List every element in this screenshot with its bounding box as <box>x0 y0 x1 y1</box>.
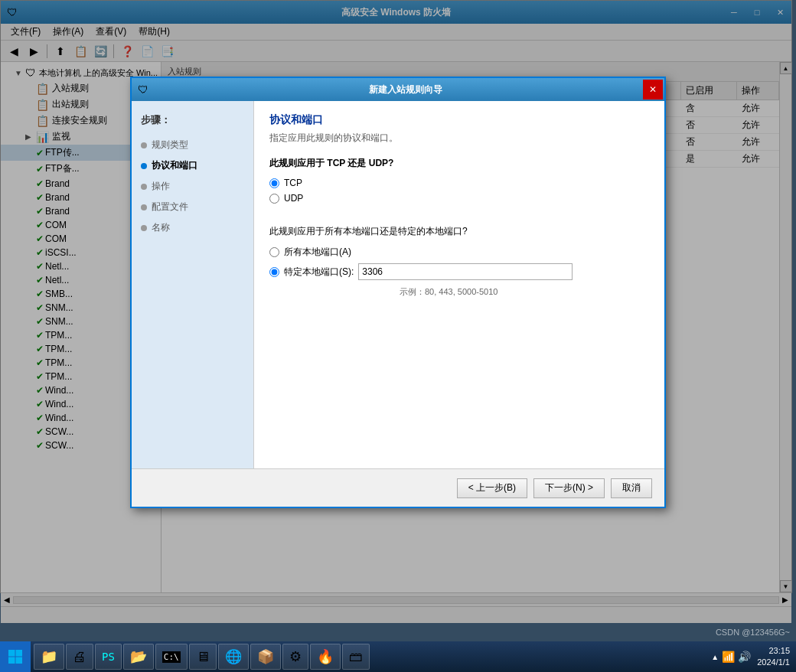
radio-specificport[interactable] <box>269 267 279 277</box>
taskbar-items: 📁 🖨 PS 📂 C:\ 🖥 🌐 📦 ⚙ 🔥 🗃 <box>31 644 705 670</box>
svg-rect-1 <box>16 650 23 657</box>
dialog-title: 新建入站规则向导 <box>153 83 658 96</box>
file-explorer-icon: 📁 <box>41 648 57 665</box>
terminal-icon: PS <box>102 651 115 663</box>
taskbar-item-printer[interactable]: 🖨 <box>66 644 93 670</box>
taskbar-item-folder[interactable]: 📂 <box>123 644 154 670</box>
step-profile-indicator <box>141 204 147 210</box>
dialog-body: 步骤： 规则类型 协议和端口 操作 配置文件 <box>132 101 664 468</box>
clock-time: 23:15 <box>757 645 790 657</box>
protocol-radio-group: TCP UDP <box>269 178 649 204</box>
spacer1 <box>269 216 649 225</box>
port-specific-row: 特定本地端口(S): <box>269 263 649 280</box>
dialog-step-protocol[interactable]: 协议和端口 <box>132 155 253 176</box>
radio-tcp-row: TCP <box>269 178 649 188</box>
taskbar-systray: ▲ 📶 🔊 <box>705 651 757 663</box>
back-button[interactable]: < 上一步(B) <box>457 478 527 498</box>
step-ruletype-indicator <box>141 142 147 148</box>
dialog-step-action[interactable]: 操作 <box>132 176 253 197</box>
dialog-overlay: 🛡 新建入站规则向导 ✕ 步骤： 规则类型 协议和端口 <box>0 0 796 672</box>
svg-rect-0 <box>8 650 15 657</box>
taskbar-item-remote[interactable]: 🖥 <box>189 644 217 670</box>
taskbar-start-button[interactable] <box>0 641 31 672</box>
svg-rect-3 <box>16 657 23 664</box>
port-question: 此规则应用于所有本地端口还是特定的本地端口? <box>269 225 649 238</box>
step-protocol-indicator <box>141 163 147 169</box>
next-button[interactable]: 下一步(N) > <box>533 478 605 498</box>
systray-network[interactable]: 📶 <box>722 651 735 663</box>
box-icon: 🗃 <box>349 649 363 665</box>
radio-udp-row: UDP <box>269 193 649 204</box>
step-action-indicator <box>141 184 147 190</box>
dialog-subtitle: 指定应用此规则的协议和端口。 <box>269 132 649 145</box>
taskbar-item-box[interactable]: 🗃 <box>342 644 370 670</box>
taskbar-item-firewall[interactable]: 🔥 <box>310 644 341 670</box>
taskbar-item-pkg[interactable]: 📦 <box>250 644 281 670</box>
taskbar: 📁 🖨 PS 📂 C:\ 🖥 🌐 📦 ⚙ 🔥 🗃 <box>0 641 796 672</box>
taskbar-item-ie[interactable]: 🌐 <box>218 644 249 670</box>
dialog-new-rule: 🛡 新建入站规则向导 ✕ 步骤： 规则类型 协议和端口 <box>130 77 666 508</box>
taskbar-item-cmd[interactable]: C:\ <box>155 644 188 670</box>
dialog-steps-panel: 步骤： 规则类型 协议和端口 操作 配置文件 <box>132 101 254 468</box>
dialog-content: 协议和端口 指定应用此规则的协议和端口。 此规则应用于 TCP 还是 UDP? … <box>254 101 664 468</box>
step-action-label: 操作 <box>152 180 170 193</box>
protocol-question: 此规则应用于 TCP 还是 UDP? <box>269 157 649 170</box>
port-value-input[interactable] <box>358 263 573 280</box>
step-name-label: 名称 <box>152 221 170 234</box>
systray-volume[interactable]: 🔊 <box>738 651 751 663</box>
radio-tcp[interactable] <box>269 178 279 188</box>
port-radio-group: 所有本地端口(A) 特定本地端口(S): <box>269 246 649 280</box>
radio-allports-label[interactable]: 所有本地端口(A) <box>284 246 351 259</box>
windows-logo-icon <box>8 649 23 664</box>
step-protocol-label: 协议和端口 <box>152 159 197 172</box>
svg-rect-2 <box>8 657 15 664</box>
cancel-button[interactable]: 取消 <box>611 478 652 498</box>
taskbar-clock[interactable]: 23:15 2024/1/1 <box>757 645 796 669</box>
cmd-icon: C:\ <box>162 651 181 663</box>
dialog-title-icon: 🛡 <box>138 83 148 96</box>
taskbar-item-file-explorer[interactable]: 📁 <box>34 644 64 670</box>
settings-icon: ⚙ <box>289 648 302 665</box>
port-example: 示例：80, 443, 5000-5010 <box>400 286 649 298</box>
port-all-row: 所有本地端口(A) <box>269 246 649 259</box>
dialog-title-bar: 🛡 新建入站规则向导 ✕ <box>132 78 664 101</box>
watermark: CSDN @123456G~ <box>716 628 790 637</box>
dialog-steps-header: 步骤： <box>132 109 253 135</box>
dialog-section-title: 协议和端口 <box>269 113 649 127</box>
dialog-close-button[interactable]: ✕ <box>643 80 663 99</box>
ie-icon: 🌐 <box>225 648 242 665</box>
folder-icon: 📂 <box>130 648 147 665</box>
radio-udp-label[interactable]: UDP <box>284 193 303 204</box>
taskbar-item-terminal[interactable]: PS <box>95 644 122 670</box>
radio-tcp-label[interactable]: TCP <box>284 178 302 188</box>
firewall-icon: 🔥 <box>317 648 334 665</box>
step-name-indicator <box>141 225 147 231</box>
radio-udp[interactable] <box>269 194 279 204</box>
remote-icon: 🖥 <box>196 649 210 665</box>
clock-date: 2024/1/1 <box>757 657 790 668</box>
dialog-step-ruletype[interactable]: 规则类型 <box>132 135 253 155</box>
dialog-step-profile[interactable]: 配置文件 <box>132 197 253 217</box>
radio-allports[interactable] <box>269 247 279 257</box>
printer-icon: 🖨 <box>73 649 86 665</box>
dialog-step-name[interactable]: 名称 <box>132 217 253 238</box>
pkg-icon: 📦 <box>257 648 274 665</box>
systray-arrow[interactable]: ▲ <box>711 653 719 661</box>
step-profile-label: 配置文件 <box>152 201 188 214</box>
step-ruletype-label: 规则类型 <box>152 139 188 152</box>
radio-specificport-label[interactable]: 特定本地端口(S): <box>284 266 354 279</box>
dialog-footer: < 上一步(B) 下一步(N) > 取消 <box>132 468 664 507</box>
taskbar-item-settings[interactable]: ⚙ <box>282 644 308 670</box>
